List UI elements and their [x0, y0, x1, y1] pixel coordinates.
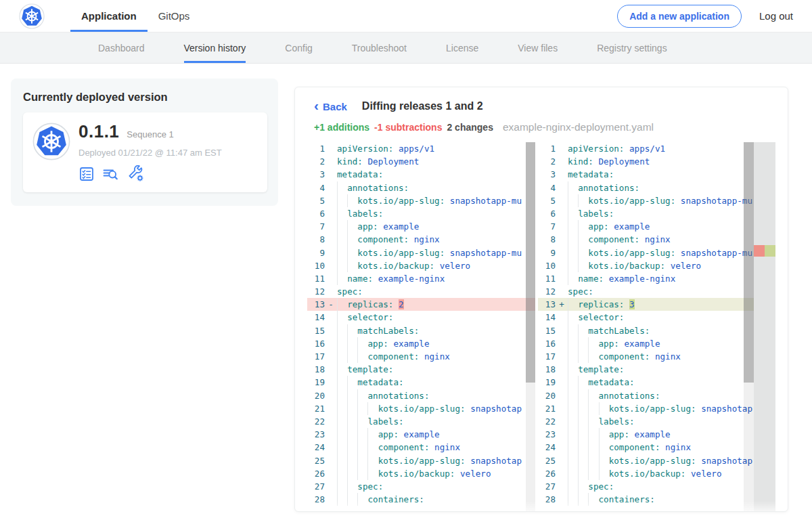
line-number: 2 [538, 155, 556, 168]
line-number: 24 [538, 441, 556, 454]
indent-guide [337, 350, 338, 363]
indent-guide [337, 298, 338, 311]
indent-guide [588, 428, 589, 441]
troubleshoot-wrench-gear-icon[interactable] [127, 165, 145, 182]
view-logs-icon[interactable] [102, 166, 119, 182]
yaml-value: snapshotapp-mu [681, 248, 752, 258]
scrollbar-thumb[interactable] [526, 142, 535, 383]
code-line: 13- replicas: 2 [307, 298, 535, 311]
line-gutter: 25 [538, 454, 568, 467]
code-line: 2kind: Deployment [307, 155, 535, 168]
indent-guide [568, 272, 568, 285]
line-number: 20 [538, 389, 556, 402]
space [593, 156, 599, 167]
line-gutter: 2 [307, 155, 337, 168]
indent-guide [568, 298, 568, 311]
yaml-key: component: [337, 442, 429, 452]
space [639, 234, 645, 244]
add-application-button[interactable]: Add a new application [617, 5, 742, 28]
code-line: 18 template: [307, 363, 535, 376]
code-text: kots.io/backup: velero [337, 259, 535, 272]
subnav-item-label: Troubleshoot [352, 43, 407, 53]
code-line: 3metadata: [538, 168, 775, 181]
indent-guide [347, 220, 348, 233]
line-marker [556, 194, 568, 207]
line-number: 6 [307, 207, 325, 220]
code-text: matchLabels: [337, 324, 535, 337]
space [675, 248, 681, 258]
indent-guide [337, 493, 338, 506]
yaml-value: example [404, 429, 440, 439]
indent-guide [347, 480, 348, 493]
yaml-value: velero [691, 469, 722, 479]
code-line: 14 selector: [307, 311, 535, 324]
subnav-item-troubleshoot[interactable]: Troubleshoot [352, 32, 407, 63]
indent-guide [578, 454, 579, 467]
line-marker [325, 480, 337, 493]
scrollbar-track[interactable] [526, 142, 535, 512]
subnav-item-version-history[interactable]: Version history [184, 32, 246, 63]
back-button[interactable]: ‹ Back [314, 101, 347, 112]
indent-guide [347, 246, 348, 259]
ruler-added-marker [765, 245, 775, 257]
code-line: 22 labels: [307, 415, 535, 428]
yaml-value: 3 [629, 299, 635, 309]
line-gutter: 26 [538, 467, 568, 480]
scrollbar-thumb[interactable] [744, 142, 754, 383]
space [419, 351, 424, 362]
code-line: 24 component: nginx [307, 441, 535, 454]
checklist-icon[interactable] [78, 166, 95, 182]
line-number: 16 [538, 337, 556, 350]
subnav-item-view-files[interactable]: View files [518, 32, 558, 63]
indent-guide [367, 441, 368, 454]
line-gutter: 9 [538, 246, 568, 259]
indent-guide [347, 428, 348, 441]
yaml-value: Deployment [368, 156, 420, 167]
line-number: 17 [538, 350, 556, 363]
indent-guide [367, 428, 368, 441]
code-line: 25 kots.io/app-slug: snapshotap [538, 454, 775, 467]
indent-guide [347, 402, 348, 415]
line-number: 27 [538, 480, 556, 493]
scrollbar-track[interactable] [744, 142, 754, 512]
code-line: 6 labels: [307, 207, 535, 220]
code-line: 27 spec: [307, 480, 535, 493]
line-gutter: 21 [307, 402, 337, 415]
tab-application[interactable]: Application [70, 0, 148, 32]
code-line: 2kind: Deployment [538, 155, 775, 168]
subnav-item-config[interactable]: Config [285, 32, 312, 63]
line-number: 23 [307, 428, 325, 441]
logout-button[interactable]: Log out [759, 10, 793, 22]
indent-guide [337, 441, 338, 454]
indent-guide [578, 441, 579, 454]
indent-guide [568, 311, 568, 324]
subnav-item-label: Version history [184, 43, 246, 53]
line-gutter: 21 [538, 402, 568, 415]
code-text: app: example [337, 220, 535, 233]
yaml-key: kots.io/backup: [337, 469, 455, 479]
code-text: metadata: [337, 168, 535, 181]
code-text: apiVersion: apps/v1 [337, 142, 535, 155]
subnav-item-dashboard[interactable]: Dashboard [98, 32, 145, 63]
code-line: 7 app: example [538, 220, 775, 233]
yaml-key: containers: [568, 494, 655, 504]
line-marker [556, 454, 568, 467]
yaml-key: kots.io/app-slug: [568, 456, 696, 466]
code-line: 16 app: example [307, 337, 535, 350]
yaml-value: Deployment [599, 156, 650, 167]
line-gutter: 1 [307, 142, 337, 155]
tab-gitops[interactable]: GitOps [148, 0, 201, 32]
line-marker [325, 493, 337, 506]
indent-guide [568, 324, 568, 337]
line-gutter: 13+ [538, 298, 568, 311]
code-text: component: nginx [337, 233, 535, 246]
line-gutter: 15 [538, 324, 568, 337]
code-line: 27 spec: [538, 480, 775, 493]
subnav-item-registry-settings[interactable]: Registry settings [597, 32, 667, 63]
subnav-item-license[interactable]: License [446, 32, 478, 63]
chevron-left-icon: ‹ [314, 101, 319, 110]
yaml-key: spec: [337, 481, 383, 492]
indent-guide [588, 441, 589, 454]
code-line: 15 matchLabels: [307, 324, 535, 337]
yaml-key: spec: [337, 286, 363, 297]
